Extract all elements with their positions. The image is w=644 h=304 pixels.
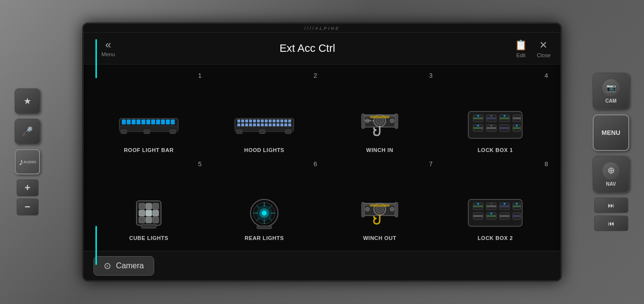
svg-rect-78 [500,127,509,129]
grid-item-rear-lights[interactable]: 6 [209,160,320,244]
svg-rect-5 [137,120,140,125]
svg-rect-25 [265,120,268,123]
svg-rect-88 [153,210,159,216]
svg-rect-14 [144,130,150,134]
skip-back-button[interactable]: ⏮ [594,216,628,231]
menu-right-label: MENU [601,129,620,136]
volume-up-button[interactable]: + [17,179,39,196]
menu-button[interactable]: « Menu [93,40,123,57]
screen-header: « Menu Ext Acc Ctrl 📋 Edit ✕ Close [84,33,560,65]
grid-item-roof-light-bar[interactable]: 1 [93,72,204,155]
skip-forward-button[interactable]: ⏭ [594,197,628,213]
grid-item-winch-in[interactable]: 3 [324,72,435,155]
item-label-4: LOCK BOX 1 [478,147,513,153]
svg-rect-75 [486,127,496,129]
winch-in-image [348,107,412,143]
skip-back-icon: ⏮ [608,219,615,227]
svg-rect-72 [473,127,483,129]
svg-rect-7 [146,120,150,125]
nav-icon: ⊕ [602,162,620,179]
svg-rect-37 [257,124,260,127]
svg-rect-31 [288,120,291,123]
svg-rect-30 [284,120,287,123]
audio-button[interactable]: ♪ AUDIO [15,149,40,174]
alpine-bar: ////ALPINE [84,24,560,33]
grid-item-hood-lights[interactable]: 2 [209,72,320,155]
alpine-logo: ////ALPINE [304,26,340,31]
cam-button[interactable]: 📷 CAM [593,73,629,109]
svg-rect-26 [269,120,272,123]
svg-rect-9 [156,120,160,125]
header-actions: 📋 Edit ✕ Close [492,39,551,58]
item-number-5: 5 [198,160,202,168]
item-label-3: WINCH IN [366,147,393,153]
item-number-1: 1 [198,72,202,79]
screen-footer: ⊙ Camera [84,251,560,280]
menu-right-button[interactable]: MENU [593,114,629,151]
svg-rect-34 [245,124,248,127]
star-button[interactable]: ★ [15,88,40,114]
svg-rect-47 [259,130,265,134]
svg-rect-90 [146,217,152,223]
nav-button[interactable]: ⊕ NAV [593,156,629,193]
right-controls: 📷 CAM MENU ⊕ NAV ⏭ ⏮ [593,73,629,231]
device-frame: ★ 🎤 ♪ AUDIO + − ////ALPINE « Menu Ext Ac… [0,0,644,304]
mic-button[interactable]: 🎤 [15,119,40,144]
svg-rect-91 [153,217,159,223]
svg-rect-42 [276,124,279,127]
svg-rect-40 [269,124,272,127]
svg-point-119 [477,203,479,205]
svg-point-112 [390,207,394,211]
nav-label: NAV [606,181,616,187]
svg-point-97 [262,211,267,216]
chevron-left-icon: « [105,40,111,50]
svg-rect-70 [513,117,521,119]
svg-point-81 [516,125,518,127]
close-label: Close [537,52,551,58]
svg-rect-45 [288,124,291,127]
mic-icon: 🎤 [22,126,33,137]
item-label-1: ROOF LIGHT BAR [124,147,174,153]
item-number-2: 2 [314,72,317,79]
svg-rect-85 [153,203,159,209]
svg-rect-23 [257,120,260,123]
edit-button[interactable]: 📋 Edit [515,39,527,58]
skip-buttons: ⏭ ⏮ [594,197,628,231]
svg-rect-19 [241,120,244,123]
item-label-2: HOOD LIGHTS [244,147,284,153]
close-button[interactable]: ✕ Close [537,39,551,58]
svg-rect-18 [237,120,240,123]
edit-icon: 📋 [515,39,527,51]
svg-point-68 [504,115,506,117]
svg-rect-132 [486,215,496,217]
camera-icon: ⊙ [104,261,111,271]
svg-rect-6 [141,120,145,125]
skip-forward-icon: ⏭ [608,201,615,209]
svg-rect-33 [241,124,244,127]
svg-rect-4 [132,120,136,125]
grid-item-cube-lights[interactable]: 5 [93,160,204,244]
grid-item-winch-out[interactable]: 7 [324,160,435,244]
menu-label: Menu [101,51,115,57]
svg-rect-67 [500,117,509,119]
volume-down-button[interactable]: − [17,198,39,216]
svg-point-125 [504,203,506,205]
svg-rect-57 [395,114,398,129]
svg-rect-2 [122,120,126,125]
camera-label: Camera [116,261,144,270]
grid-item-lock-box-1[interactable]: 4 [440,72,551,155]
svg-rect-58 [370,116,390,118]
svg-rect-83 [139,203,145,209]
grid-item-lock-box-2[interactable]: 8 [440,160,551,244]
svg-rect-80 [513,127,521,129]
camera-button[interactable]: ⊙ Camera [93,256,154,276]
main-screen: ////ALPINE « Menu Ext Acc Ctrl 📋 Edit ✕ … [82,22,562,282]
svg-rect-28 [276,120,279,123]
svg-rect-46 [236,130,242,134]
item-number-3: 3 [429,72,433,79]
svg-rect-92 [141,224,156,228]
svg-rect-24 [261,120,264,123]
svg-rect-56 [362,114,365,129]
item-label-7: WINCH OUT [363,235,396,241]
close-icon: ✕ [539,39,548,51]
